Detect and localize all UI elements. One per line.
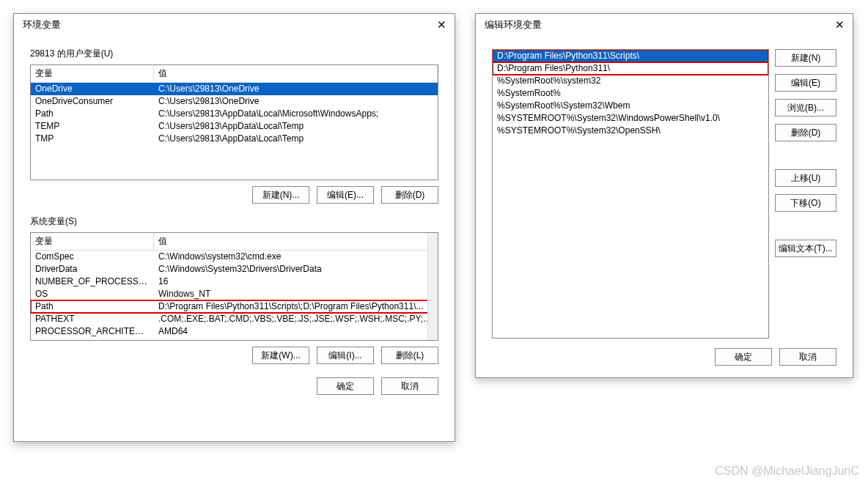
cell-var: Path (31, 108, 154, 120)
dialog-title: 环境变量 (23, 18, 61, 32)
new-user-var-button[interactable]: 新建(N)... (252, 186, 309, 204)
cell-val: C:\Windows\System32\Drivers\DriverData (154, 263, 438, 276)
cell-val: C:\Windows\system32\cmd.exe (154, 251, 438, 263)
table-row[interactable]: TMPC:\Users\29813\AppData\Local\Temp (31, 133, 438, 145)
table-row[interactable]: PathC:\Users\29813\AppData\Local\Microso… (31, 108, 438, 120)
cell-var: NUMBER_OF_PROCESSORS (31, 276, 154, 288)
edit-sys-var-button[interactable]: 编辑(I)... (317, 347, 374, 364)
table-row[interactable]: OSWindows_NT (31, 288, 438, 300)
scrollbar[interactable] (427, 233, 438, 340)
watermark: CSDN @MichaelJiangJunC (715, 465, 859, 478)
cancel-button[interactable]: 取消 (381, 377, 438, 395)
cell-val: AMD64 Family 25 Model 68 Stepping 1, Aut… (154, 338, 438, 341)
move-up-button[interactable]: 上移(U) (775, 169, 836, 187)
user-vars-list[interactable]: 变量 值 OneDriveC:\Users\29813\OneDriveOneD… (30, 64, 438, 180)
cell-val: .COM;.EXE;.BAT;.CMD;.VBS;.VBE;.JS;.JSE;.… (154, 313, 438, 325)
edit-env-var-dialog: 编辑环境变量 ✕ D:\Program Files\Python311\Scri… (475, 13, 853, 378)
move-down-button[interactable]: 下移(O) (775, 194, 836, 212)
cell-var: PROCESSOR_IDENTIFIER (31, 338, 154, 341)
del-sys-var-button[interactable]: 删除(L) (381, 347, 438, 364)
cell-var: OneDriveConsumer (31, 95, 154, 108)
dialog-btn-row: 确定 取消 (14, 377, 438, 395)
cell-val: C:\Users\29813\OneDrive (154, 83, 438, 95)
table-row[interactable]: TEMPC:\Users\29813\AppData\Local\Temp (31, 120, 438, 133)
list-item[interactable]: %SystemRoot%\system32 (493, 75, 768, 87)
sys-vars-list[interactable]: 变量 值 ComSpecC:\Windows\system32\cmd.exeD… (30, 232, 438, 341)
sys-vars-label: 系统变量(S) (30, 215, 455, 228)
env-vars-dialog: 环境变量 ✕ 29813 的用户变量(U) 变量 值 OneDriveC:\Us… (13, 13, 455, 442)
list-item[interactable]: D:\Program Files\Python311\ (493, 62, 768, 75)
cell-val: C:\Users\29813\AppData\Local\Temp (154, 120, 438, 133)
edit-user-var-button[interactable]: 编辑(E)... (317, 186, 374, 204)
list-item[interactable]: D:\Program Files\Python311\Scripts\ (493, 50, 768, 62)
table-row[interactable]: NUMBER_OF_PROCESSORS16 (31, 276, 438, 288)
list-item[interactable]: %SYSTEMROOT%\System32\OpenSSH\ (493, 125, 768, 137)
user-vars-label: 29813 的用户变量(U) (30, 48, 455, 60)
user-btn-row: 新建(N)... 编辑(E)... 删除(D) (14, 186, 438, 204)
dialog-btn-row: 确定 取消 (715, 348, 836, 366)
cell-var: OneDrive (31, 83, 154, 95)
cell-var: PATHEXT (31, 313, 154, 325)
table-row[interactable]: PathD:\Program Files\Python311\Scripts\;… (31, 300, 438, 313)
ok-button[interactable]: 确定 (317, 377, 374, 395)
cell-val: C:\Users\29813\OneDrive (154, 95, 438, 108)
list-header: 变量 值 (31, 233, 438, 251)
header-var[interactable]: 变量 (31, 233, 154, 250)
close-icon[interactable]: ✕ (832, 18, 847, 32)
header-val[interactable]: 值 (154, 233, 438, 250)
table-row[interactable]: PROCESSOR_IDENTIFIERAMD64 Family 25 Mode… (31, 338, 438, 341)
cell-val: C:\Users\29813\AppData\Local\Microsoft\W… (154, 108, 438, 120)
edit-button[interactable]: 编辑(E) (775, 74, 836, 92)
list-item[interactable]: %SystemRoot%\System32\Wbem (493, 100, 768, 112)
ok-button[interactable]: 确定 (715, 348, 772, 366)
table-row[interactable]: OneDriveConsumerC:\Users\29813\OneDrive (31, 95, 438, 108)
list-header: 变量 值 (31, 65, 438, 83)
delete-button[interactable]: 删除(D) (775, 124, 836, 141)
cell-var: TEMP (31, 120, 154, 133)
table-row[interactable]: OneDriveC:\Users\29813\OneDrive (31, 83, 438, 95)
new-button[interactable]: 新建(N) (775, 49, 836, 67)
list-item[interactable]: %SystemRoot% (493, 87, 768, 100)
close-icon[interactable]: ✕ (434, 18, 449, 32)
cancel-button[interactable]: 取消 (779, 348, 836, 366)
table-row[interactable]: ComSpecC:\Windows\system32\cmd.exe (31, 251, 438, 263)
cell-var: TMP (31, 133, 154, 145)
del-user-var-button[interactable]: 删除(D) (381, 186, 438, 204)
edit-text-button[interactable]: 编辑文本(T)... (775, 240, 836, 257)
cell-val: Windows_NT (154, 288, 438, 300)
cell-var: ComSpec (31, 251, 154, 263)
table-row[interactable]: DriverDataC:\Windows\System32\Drivers\Dr… (31, 263, 438, 276)
new-sys-var-button[interactable]: 新建(W)... (252, 347, 309, 364)
header-val[interactable]: 值 (154, 65, 438, 82)
browse-button[interactable]: 浏览(B)... (775, 99, 836, 117)
cell-val: AMD64 (154, 325, 438, 338)
path-list[interactable]: D:\Program Files\Python311\Scripts\D:\Pr… (492, 49, 769, 339)
titlebar: 环境变量 ✕ (14, 14, 455, 36)
cell-val: C:\Users\29813\AppData\Local\Temp (154, 133, 438, 145)
cell-var: Path (31, 300, 154, 313)
dialog-title: 编辑环境变量 (485, 18, 542, 32)
table-row[interactable]: PROCESSOR_ARCHITECTUREAMD64 (31, 325, 438, 338)
sys-btn-row: 新建(W)... 编辑(I)... 删除(L) (14, 347, 438, 364)
list-item[interactable]: %SYSTEMROOT%\System32\WindowsPowerShell\… (493, 112, 768, 125)
cell-val: 16 (154, 276, 438, 288)
cell-var: PROCESSOR_ARCHITECTURE (31, 325, 154, 338)
table-row[interactable]: PATHEXT.COM;.EXE;.BAT;.CMD;.VBS;.VBE;.JS… (31, 313, 438, 325)
titlebar: 编辑环境变量 ✕ (476, 14, 853, 36)
side-buttons: 新建(N) 编辑(E) 浏览(B)... 删除(D) 上移(U) 下移(O) 编… (775, 49, 836, 257)
cell-var: OS (31, 288, 154, 300)
cell-val: D:\Program Files\Python311\Scripts\;D:\P… (154, 300, 438, 313)
cell-var: DriverData (31, 263, 154, 276)
header-var[interactable]: 变量 (31, 65, 154, 82)
